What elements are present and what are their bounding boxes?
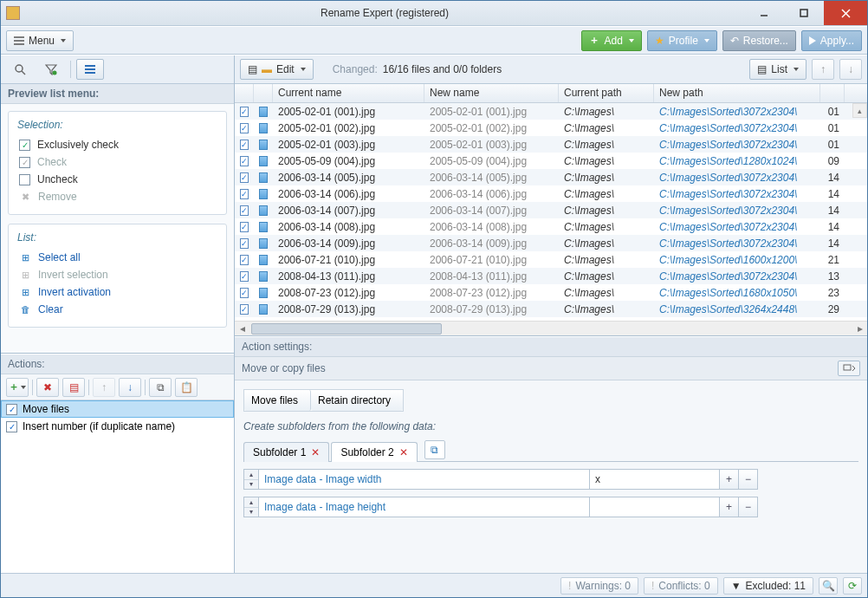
row-checkbox[interactable] <box>240 189 249 199</box>
separator-field[interactable]: x <box>590 469 720 490</box>
table-row[interactable]: 2011-08-20 (014).jpg2011-08-20 (014).jpg… <box>235 317 867 321</box>
reload-button[interactable]: ⟳ <box>843 577 862 595</box>
conflicts-indicator[interactable]: !Conflicts: 0 <box>644 577 718 595</box>
apply-button[interactable]: Apply... <box>801 30 862 51</box>
remove-field-button[interactable]: − <box>739 497 758 517</box>
refresh-button[interactable]: 🔍 <box>819 577 838 595</box>
scroll-right-icon[interactable]: ▸ <box>852 322 867 336</box>
add-action-button[interactable]: ＋ <box>6 378 29 397</box>
add-field-button[interactable]: + <box>720 497 739 517</box>
clear-item[interactable]: 🗑Clear <box>17 301 217 318</box>
scroll-thumb[interactable] <box>251 323 442 335</box>
col-current-path[interactable]: Current path <box>559 84 654 102</box>
invert-selection-item[interactable]: ⊞Invert selection <box>17 266 217 283</box>
row-checkbox[interactable] <box>240 255 249 265</box>
add-button[interactable]: ＋ Add <box>581 30 641 51</box>
view-list-button[interactable]: ▤ List <box>749 59 806 80</box>
current-name: 2005-02-01 (002).jpg <box>273 122 424 134</box>
add-field-button[interactable]: + <box>720 469 739 490</box>
image-height-field[interactable]: Image data - Image height <box>259 497 590 517</box>
move-down-button[interactable]: ↓ <box>119 378 141 397</box>
maximize-button[interactable] <box>784 1 824 25</box>
row-checkbox[interactable] <box>240 123 249 133</box>
profile-button[interactable]: ★ Profile <box>647 30 717 51</box>
row-checkbox[interactable] <box>240 205 249 216</box>
clear-actions-button[interactable]: ▤ <box>62 378 85 397</box>
tab-list[interactable] <box>76 59 104 80</box>
order-stepper[interactable]: ▴▾ <box>243 497 259 517</box>
table-row[interactable]: 2005-02-01 (003).jpg2005-02-01 (003).jpg… <box>235 136 867 153</box>
action-row[interactable]: Move files <box>1 400 234 418</box>
table-row[interactable]: 2006-03-14 (005).jpg2006-03-14 (005).jpg… <box>235 169 867 185</box>
col-current-name[interactable]: Current name <box>273 84 424 102</box>
table-row[interactable]: 2006-03-14 (007).jpg2006-03-14 (007).jpg… <box>235 202 867 218</box>
row-checkbox[interactable] <box>240 222 249 232</box>
copy-button[interactable]: ⧉ <box>149 378 172 397</box>
nav-up-button[interactable]: ↑ <box>812 59 834 80</box>
uncheck-item[interactable]: Uncheck <box>17 171 217 188</box>
move-up-button[interactable]: ↑ <box>93 378 115 397</box>
exclusively-check-item[interactable]: Exclusively check <box>17 136 217 153</box>
remove-item[interactable]: ✖Remove <box>17 188 217 205</box>
separator-field[interactable] <box>590 497 720 517</box>
table-row[interactable]: 2008-04-13 (011).jpg2008-04-13 (011).jpg… <box>235 268 867 284</box>
delete-action-button[interactable]: ✖ <box>36 378 59 397</box>
row-checkbox[interactable] <box>240 288 249 298</box>
table-row[interactable]: 2006-03-14 (008).jpg2006-03-14 (008).jpg… <box>235 218 867 235</box>
panel-mode-button[interactable] <box>838 361 860 376</box>
row-checkbox[interactable] <box>240 321 249 322</box>
row-checkbox[interactable] <box>240 107 249 117</box>
tab-search[interactable] <box>6 59 34 80</box>
table-row[interactable]: 2008-07-29 (013).jpg2008-07-29 (013).jpg… <box>235 301 867 317</box>
subfolder-2-tab[interactable]: Subfolder 2✕ <box>331 442 417 462</box>
select-all-item[interactable]: ⊞Select all <box>17 249 217 266</box>
table-row[interactable]: 2006-03-14 (009).jpg2006-03-14 (009).jpg… <box>235 235 867 251</box>
subfolder-1-tab[interactable]: Subfolder 1✕ <box>243 442 329 462</box>
arrow-down-icon: ↓ <box>127 381 133 393</box>
add-subfolder-button[interactable]: ⧉ <box>424 440 445 459</box>
col-new-name[interactable]: New name <box>424 84 559 102</box>
row-checkbox[interactable] <box>240 304 249 315</box>
row-checkbox[interactable] <box>240 140 249 150</box>
row-checkbox[interactable] <box>240 271 249 282</box>
chevron-down-icon[interactable]: ▾ <box>244 480 258 490</box>
paste-button[interactable]: 📋 <box>175 378 198 397</box>
chevron-down-icon[interactable]: ▾ <box>244 508 258 517</box>
table-row[interactable]: 2005-02-01 (002).jpg2005-02-01 (002).jpg… <box>235 120 867 136</box>
chevron-up-icon[interactable]: ▴ <box>244 497 258 508</box>
order-stepper[interactable]: ▴▾ <box>243 469 259 490</box>
action-row[interactable]: Insert number (if duplicate name) <box>1 418 234 436</box>
chevron-up-icon[interactable]: ▴ <box>244 470 258 480</box>
menu-button[interactable]: Menu <box>6 30 74 51</box>
row-checkbox[interactable] <box>240 172 249 183</box>
nav-down-button[interactable]: ↓ <box>839 59 862 80</box>
warnings-indicator[interactable]: !Warnings: 0 <box>560 577 638 595</box>
restore-button[interactable]: ↶ Restore... <box>722 30 796 51</box>
tab-filter[interactable] <box>37 59 65 80</box>
invert-activation-item[interactable]: ⊞Invert activation <box>17 283 217 301</box>
edit-button[interactable]: ▤ ▬ Edit <box>240 59 314 80</box>
close-icon[interactable]: ✕ <box>311 446 320 458</box>
table-row[interactable]: 2005-02-01 (001).jpg2005-02-01 (001).jpg… <box>235 103 867 120</box>
table-row[interactable]: 2006-03-14 (006).jpg2006-03-14 (006).jpg… <box>235 185 867 202</box>
minimize-button[interactable] <box>744 1 784 25</box>
table-row[interactable]: 2008-07-23 (012).jpg2008-07-23 (012).jpg… <box>235 284 867 301</box>
scroll-left-icon[interactable]: ◂ <box>235 322 249 336</box>
table-row[interactable]: 2006-07-21 (010).jpg2006-07-21 (010).jpg… <box>235 251 867 268</box>
check-item[interactable]: Check <box>17 153 217 171</box>
close-icon[interactable]: ✕ <box>399 446 408 458</box>
scroll-up-button[interactable]: ▴ <box>852 103 867 118</box>
image-width-field[interactable]: Image data - Image width <box>259 469 590 490</box>
move-files-dropdown[interactable]: Move files <box>244 390 311 411</box>
new-path: C:\Images\Sorted\3072x2304\ <box>654 172 820 184</box>
paste-icon: 📋 <box>180 381 193 393</box>
row-checkbox[interactable] <box>240 238 249 249</box>
h-scrollbar[interactable]: ◂ ▸ <box>235 321 867 335</box>
retain-directory-dropdown[interactable]: Retain directory <box>311 390 403 411</box>
row-checkbox[interactable] <box>240 156 249 166</box>
remove-field-button[interactable]: − <box>739 469 758 490</box>
close-button[interactable] <box>824 1 867 25</box>
table-row[interactable]: 2005-05-09 (004).jpg2005-05-09 (004).jpg… <box>235 153 867 169</box>
excluded-indicator[interactable]: ▼Excluded: 11 <box>723 577 813 595</box>
col-new-path[interactable]: New path <box>654 84 820 102</box>
